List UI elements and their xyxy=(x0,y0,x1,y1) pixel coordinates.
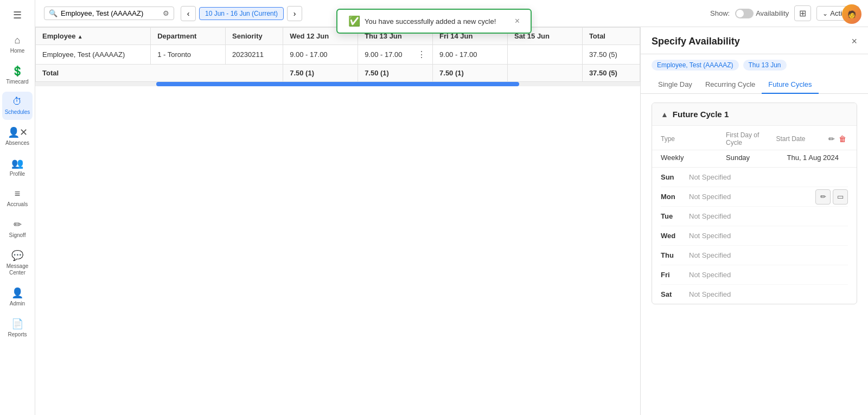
avatar-image: 🧑 xyxy=(847,10,856,18)
col-type-label: Type xyxy=(661,135,726,143)
table-row: Employee, Test (AAAAAZ) 1 - Toronto 2023… xyxy=(36,45,640,65)
day-label-mon: Mon xyxy=(661,193,680,201)
dollar-icon: 💲 xyxy=(11,65,23,77)
day-row-thu: Thu Not Specified xyxy=(661,246,848,265)
sidebar-item-message-center[interactable]: 💬 Message Center xyxy=(2,245,33,280)
cell-department: 1 - Toronto xyxy=(151,45,226,65)
reports-icon: 📄 xyxy=(11,318,23,330)
sidebar-item-admin[interactable]: 👤 Admin xyxy=(2,283,33,311)
chip-employee: Employee, Test (AAAAAZ) xyxy=(652,60,739,71)
sidebar-item-profile[interactable]: 👥 Profile xyxy=(2,153,33,182)
day-value-tue: Not Specified xyxy=(689,212,731,220)
day-label-wed: Wed xyxy=(661,232,680,240)
sidebar-item-reports-label: Reports xyxy=(8,331,27,338)
day-row-tue: Tue Not Specified xyxy=(661,207,848,226)
panel-body: ▲ Future Cycle 1 Type First Day of Cycle… xyxy=(641,94,868,415)
cell-fri: 9.00 - 17.00 xyxy=(433,45,508,65)
cell-thu-menu-icon[interactable]: ⋮ xyxy=(417,49,426,60)
cycle-card: ▲ Future Cycle 1 Type First Day of Cycle… xyxy=(652,103,857,304)
cell-seniority: 20230211 xyxy=(226,45,283,65)
day-row-sun: Sun Not Specified xyxy=(661,168,848,187)
panel-chips: Employee, Test (AAAAAZ) Thu 13 Jun xyxy=(641,54,868,76)
availability-toggle-wrapper: Availability xyxy=(735,9,789,18)
cell-sat xyxy=(507,45,582,65)
sidebar-item-schedules-label: Schedules xyxy=(5,109,30,116)
total-thu: 7.50 (1) xyxy=(358,65,433,82)
panel-tabs: Single Day Recurring Cycle Future Cycles xyxy=(641,76,868,94)
sidebar-item-admin-label: Admin xyxy=(10,301,25,307)
sidebar-item-home-label: Home xyxy=(10,48,25,54)
search-icon: 🔍 xyxy=(49,9,58,17)
tab-recurring-cycle[interactable]: Recurring Cycle xyxy=(699,76,762,94)
sidebar-item-accruals[interactable]: ≡ Accruals xyxy=(2,184,33,212)
day-value-wed: Not Specified xyxy=(689,232,731,240)
admin-icon: 👤 xyxy=(11,287,23,299)
schedule-table-area: Employee ▲ Department Seniority Wed 12 J… xyxy=(35,27,640,415)
toast-close-button[interactable]: × xyxy=(515,16,520,26)
main-content: 🧑 🔍 ⚙ ‹ 10 Jun - 16 Jun (Current) › Show… xyxy=(35,0,868,415)
menu-hamburger-icon[interactable]: ☰ xyxy=(2,5,33,25)
search-input[interactable] xyxy=(61,9,159,17)
sidebar-item-schedules[interactable]: ⏱ Schedules xyxy=(2,92,33,120)
col-first-day-label: First Day of Cycle xyxy=(726,131,776,146)
col-header-seniority: Seniority xyxy=(226,28,283,45)
sidebar-item-home[interactable]: ⌂ Home xyxy=(2,30,33,59)
message-icon: 💬 xyxy=(11,250,23,261)
total-wed: 7.50 (1) xyxy=(283,65,358,82)
tab-single-day[interactable]: Single Day xyxy=(652,76,699,94)
day-label-sat: Sat xyxy=(661,290,680,298)
sidebar-item-timecard-label: Timecard xyxy=(6,79,28,85)
day-row-mon: Mon Not Specified ✏ ▭ ↓ User can add the… xyxy=(661,187,848,207)
cycle-delete-button[interactable]: 🗑 xyxy=(837,133,848,144)
total-total: 37.50 (5) xyxy=(582,65,640,82)
cell-wed: 9.00 - 17.00 xyxy=(283,45,358,65)
cycle-type-value: Weekly xyxy=(661,154,726,162)
cycle-first-day-value: Sunday xyxy=(726,154,787,162)
day-value-mon: Not Specified xyxy=(689,193,731,201)
cell-employee: Employee, Test (AAAAAZ) xyxy=(36,45,151,65)
filter-icon[interactable]: ⚙ xyxy=(163,9,169,17)
sidebar-item-absences[interactable]: 👤✕ Absences xyxy=(2,122,33,151)
grid-view-button[interactable]: ⊞ xyxy=(794,5,811,21)
panel-close-button[interactable]: × xyxy=(851,36,857,47)
cycle-start-date-value: Thu, 1 Aug 2024 xyxy=(787,154,848,162)
prev-week-button[interactable]: ‹ xyxy=(181,6,196,21)
signoff-icon: ✏ xyxy=(14,219,22,231)
collapse-chevron-icon[interactable]: ▲ xyxy=(661,110,668,119)
day-label-thu: Thu xyxy=(661,251,680,259)
col-header-employee: Employee ▲ xyxy=(36,28,151,45)
day-row-wed: Wed Not Specified xyxy=(661,226,848,246)
user-avatar[interactable]: 🧑 xyxy=(842,4,861,24)
horizontal-scrollbar[interactable] xyxy=(35,82,640,86)
sidebar-item-timecard[interactable]: 💲 Timecard xyxy=(2,61,33,90)
availability-toggle[interactable] xyxy=(735,9,754,18)
date-range-badge: 10 Jun - 16 Jun (Current) xyxy=(199,7,284,20)
cycle-card-header: ▲ Future Cycle 1 xyxy=(652,103,857,126)
day-rows: Sun Not Specified Mon Not Specified ✏ ▭ xyxy=(652,168,857,304)
day-row-sat: Sat Not Specified xyxy=(661,285,848,304)
toolbar-left: 🔍 ⚙ ‹ 10 Jun - 16 Jun (Current) › xyxy=(44,6,302,21)
col-header-total: Total xyxy=(582,28,640,45)
toast-message: You have successfully added a new cycle! xyxy=(365,17,496,25)
totals-row: Total 7.50 (1) 7.50 (1) 7.50 (1) 37.50 (… xyxy=(36,65,640,82)
cell-thu: 9.00 - 17.00 ⋮ xyxy=(358,45,433,65)
total-label: Total xyxy=(36,65,283,82)
availability-label: Availability xyxy=(756,9,789,17)
sidebar-item-message-label: Message Center xyxy=(4,263,30,276)
sidebar-item-signoff[interactable]: ✏ Signoff xyxy=(2,214,33,243)
next-week-button[interactable]: › xyxy=(287,6,302,21)
sidebar-item-reports[interactable]: 📄 Reports xyxy=(2,314,33,342)
day-label-tue: Tue xyxy=(661,212,680,220)
cycle-edit-button[interactable]: ✏ xyxy=(826,133,837,144)
col-header-department: Department xyxy=(151,28,226,45)
success-toast: ✅ You have successfully added a new cycl… xyxy=(336,9,532,34)
tab-future-cycles[interactable]: Future Cycles xyxy=(762,76,818,94)
day-label-sun: Sun xyxy=(661,173,680,181)
profile-icon: 👥 xyxy=(11,157,23,169)
mon-delete-button[interactable]: ▭ xyxy=(833,189,848,205)
panel-header: Specify Availability × xyxy=(641,27,868,54)
mon-edit-button[interactable]: ✏ xyxy=(815,189,831,205)
schedule-table: Employee ▲ Department Seniority Wed 12 J… xyxy=(35,27,640,82)
toolbar-right: Show: Availability ⊞ ⌄ Actions xyxy=(710,5,859,21)
absences-icon: 👤✕ xyxy=(8,126,28,138)
